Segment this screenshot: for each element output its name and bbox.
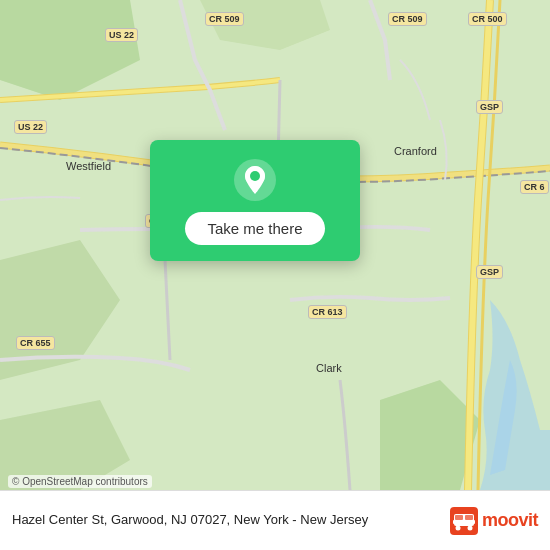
moovit-logo: moovit xyxy=(450,507,538,535)
location-pin-icon xyxy=(233,158,277,202)
road-label-cr613-right: CR 613 xyxy=(308,305,347,319)
road-label-us22-top: US 22 xyxy=(105,28,138,42)
location-card: Take me there xyxy=(150,140,360,261)
road-label-cr509-top: CR 509 xyxy=(205,12,244,26)
bottom-bar: Hazel Center St, Garwood, NJ 07027, New … xyxy=(0,490,550,550)
take-me-there-button[interactable]: Take me there xyxy=(185,212,324,245)
address-info: Hazel Center St, Garwood, NJ 07027, New … xyxy=(12,511,440,529)
road-label-us22-left: US 22 xyxy=(14,120,47,134)
road-label-gsp-top: GSP xyxy=(476,100,503,114)
svg-rect-6 xyxy=(455,515,463,520)
copyright-text: © OpenStreetMap contributors xyxy=(8,475,152,488)
app-container: US 22 US 22 CR 509 CR 509 CR 500 CR 613 … xyxy=(0,0,550,550)
road-label-gsp-mid: GSP xyxy=(476,265,503,279)
svg-point-9 xyxy=(467,525,472,530)
svg-rect-7 xyxy=(465,515,473,520)
address-line: Hazel Center St, Garwood, NJ 07027, New … xyxy=(12,511,440,529)
road-label-cr6: CR 6 xyxy=(520,180,549,194)
moovit-bus-icon xyxy=(450,507,478,535)
map-background: US 22 US 22 CR 509 CR 509 CR 500 CR 613 … xyxy=(0,0,550,550)
town-label-cranford: Cranford xyxy=(394,145,437,157)
svg-rect-11 xyxy=(473,520,475,524)
road-label-cr655: CR 655 xyxy=(16,336,55,350)
moovit-logo-text: moovit xyxy=(482,510,538,531)
svg-point-3 xyxy=(250,171,260,181)
svg-rect-10 xyxy=(453,520,455,524)
town-label-clark: Clark xyxy=(316,362,342,374)
svg-point-8 xyxy=(455,525,460,530)
town-label-westfield: Westfield xyxy=(66,160,111,172)
road-label-cr509-right: CR 509 xyxy=(388,12,427,26)
road-label-cr500: CR 500 xyxy=(468,12,507,26)
